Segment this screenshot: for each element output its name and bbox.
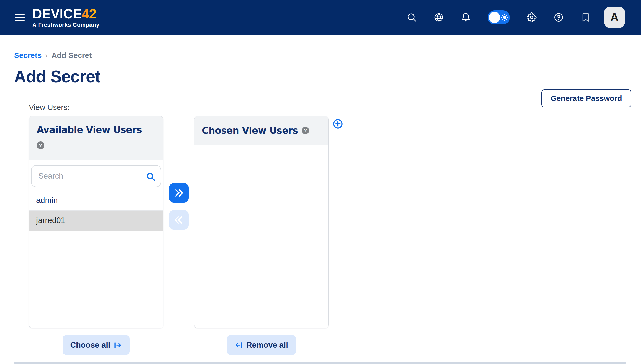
horizontal-scrollbar[interactable]	[14, 362, 626, 364]
bookmark-icon[interactable]	[580, 12, 591, 23]
available-users-header: Available View Users ?	[29, 116, 163, 160]
transfer-buttons-column	[163, 116, 194, 230]
chosen-help-icon[interactable]: ?	[302, 127, 309, 134]
help-icon[interactable]	[553, 12, 564, 23]
choose-all-button[interactable]: Choose all	[63, 335, 130, 355]
logo-subtitle: A Freshworks Company	[32, 22, 99, 28]
notifications-bell-icon[interactable]	[460, 12, 471, 23]
breadcrumb: Secrets › Add Secret	[14, 51, 631, 60]
page-header: Secrets › Add Secret Add Secret Generate…	[0, 35, 641, 86]
view-users-label: View Users:	[29, 103, 626, 112]
available-help-icon[interactable]: ?	[37, 141, 44, 149]
sun-icon	[501, 14, 508, 21]
arrow-left-bar-icon	[235, 341, 243, 349]
theme-toggle-switch[interactable]	[488, 10, 510, 24]
page-title: Add Secret	[14, 67, 631, 86]
add-user-plus-icon[interactable]	[332, 119, 343, 129]
breadcrumb-separator: ›	[45, 51, 48, 60]
available-user-list: adminjarred01	[29, 190, 163, 231]
search-icon[interactable]	[406, 12, 417, 23]
logo-wordmark: DEVICE42	[32, 7, 99, 20]
available-search-icon[interactable]	[146, 172, 156, 181]
top-navbar: DEVICE42 A Freshworks Company	[0, 0, 641, 35]
user-avatar[interactable]: A	[604, 7, 625, 28]
breadcrumb-current: Add Secret	[51, 51, 92, 60]
globe-icon[interactable]	[433, 12, 444, 23]
breadcrumb-secrets-link[interactable]: Secrets	[14, 51, 42, 60]
choose-all-label: Choose all	[70, 341, 110, 350]
logo-accent: 42	[82, 6, 97, 21]
toggle-knob	[489, 12, 500, 23]
double-chevron-right-icon	[173, 187, 184, 199]
available-search-input[interactable]	[31, 165, 161, 187]
hamburger-menu-icon[interactable]	[14, 12, 26, 22]
move-to-chosen-button[interactable]	[169, 183, 189, 203]
move-to-available-button[interactable]	[169, 210, 189, 230]
settings-gear-icon[interactable]	[526, 12, 537, 23]
chosen-users-panel: Chosen View Users ?	[194, 116, 329, 328]
available-search-area	[29, 160, 163, 190]
chosen-users-header: Chosen View Users ?	[194, 116, 328, 145]
available-users-panel: Available View Users ? adminjarred01	[29, 116, 163, 328]
bulk-actions-row: Choose all Remove all	[29, 335, 626, 355]
available-users-title: Available View Users	[37, 124, 156, 135]
list-item[interactable]: jarred01	[29, 211, 163, 231]
remove-all-label: Remove all	[246, 341, 288, 350]
double-chevron-left-icon	[173, 214, 184, 226]
user-transfer-widget: Available View Users ? adminjarred01	[29, 116, 626, 328]
device42-logo[interactable]: DEVICE42 A Freshworks Company	[32, 7, 99, 28]
add-secret-form-container: View Users: Available View Users ? admin…	[14, 96, 626, 364]
list-item[interactable]: admin	[29, 190, 163, 211]
chosen-users-title: Chosen View Users	[202, 125, 298, 136]
remove-all-button[interactable]: Remove all	[227, 335, 296, 355]
bar-arrow-right-icon	[113, 341, 122, 349]
